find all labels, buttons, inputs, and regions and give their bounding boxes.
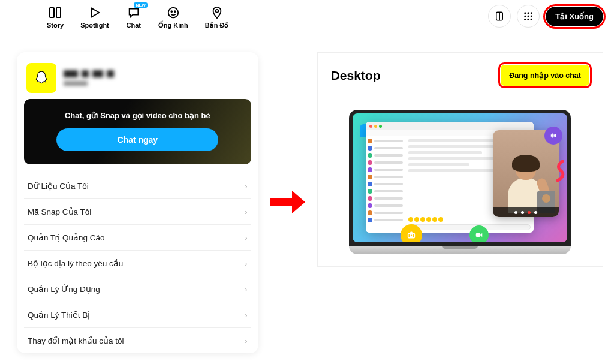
- half-circle-icon: [494, 11, 505, 22]
- chevron-right-icon: ›: [245, 207, 247, 216]
- laptop-illustration: [331, 110, 589, 254]
- menu-label: Bộ lọc địa lý theo yêu cầu: [28, 258, 123, 268]
- login-chat-button[interactable]: Đăng nhập vào chat: [501, 65, 589, 86]
- nav-left-group: Story Spotlight NEW Chat Ống Kính Bản: [11, 5, 228, 29]
- nav-spotlight-label: Spotlight: [80, 22, 109, 29]
- svg-marker-20: [481, 233, 483, 237]
- svg-point-16: [531, 19, 532, 20]
- nav-chat[interactable]: NEW Chat: [126, 5, 142, 29]
- top-navigation: Story Spotlight NEW Chat Ống Kính Bản: [0, 0, 614, 29]
- nav-lens-label: Ống Kính: [158, 22, 188, 29]
- chevron-right-icon: ›: [245, 182, 247, 191]
- chevron-right-icon: ›: [245, 311, 247, 320]
- svg-point-6: [215, 10, 218, 13]
- desktop-title: Desktop: [331, 68, 381, 83]
- menu-item-geofilters[interactable]: Bộ lọc địa lý theo yêu cầu ›: [24, 251, 251, 276]
- svg-point-3: [168, 8, 179, 18]
- svg-point-12: [528, 16, 529, 17]
- menu-label: Quản Lý Ứng Dụng: [28, 284, 100, 294]
- nav-story-label: Story: [47, 22, 64, 29]
- nav-map-label: Bản Đồ: [205, 22, 229, 29]
- main-content: Chat, gửi Snap và gọi video cho bạn bè C…: [0, 29, 614, 353]
- ghost-icon: [34, 70, 49, 86]
- spotlight-icon: [87, 5, 103, 20]
- nav-lens[interactable]: Ống Kính: [158, 5, 188, 29]
- camera-bubble-decoration: [401, 224, 422, 242]
- instruction-arrow: [269, 52, 306, 352]
- profile-header: [24, 61, 251, 99]
- menu-item-my-snapcode[interactable]: Mã Snap Của Tôi ›: [24, 199, 251, 225]
- chevron-right-icon: ›: [245, 259, 247, 268]
- video-bubble-decoration: [469, 225, 489, 242]
- squiggle-decoration: [553, 159, 566, 183]
- theme-toggle-button[interactable]: [488, 5, 511, 28]
- chevron-right-icon: ›: [245, 285, 247, 294]
- svg-point-11: [525, 16, 526, 17]
- nav-story[interactable]: Story: [47, 5, 64, 29]
- chat-promo-card: Chat, gửi Snap và gọi video cho bạn bè C…: [24, 99, 251, 164]
- map-icon: [209, 5, 225, 20]
- menu-item-my-data[interactable]: Dữ Liệu Của Tôi ›: [24, 173, 251, 199]
- new-badge: NEW: [134, 2, 147, 8]
- promo-text: Chat, gửi Snap và gọi video cho bạn bè: [34, 111, 242, 120]
- desktop-panel: Desktop Đăng nhập vào chat: [317, 52, 603, 267]
- download-button[interactable]: Tải Xuống: [546, 7, 603, 26]
- menu-label: Quản Lý Thiết Bị: [28, 310, 90, 320]
- voice-bubble-decoration: [544, 127, 562, 145]
- svg-point-8: [525, 12, 526, 14]
- story-icon: [47, 5, 63, 20]
- chevron-right-icon: ›: [245, 336, 247, 345]
- svg-point-5: [174, 11, 176, 12]
- menu-label: Dữ Liệu Của Tôi: [28, 181, 89, 191]
- chevron-right-icon: ›: [245, 233, 247, 242]
- arrow-right-icon: [269, 189, 306, 215]
- lens-icon: [165, 5, 181, 20]
- profile-panel: Chat, gửi Snap và gọi video cho bạn bè C…: [17, 52, 258, 353]
- svg-rect-0: [50, 8, 54, 17]
- menu-item-manage-devices[interactable]: Quản Lý Thiết Bị ›: [24, 302, 251, 328]
- svg-point-15: [528, 19, 529, 20]
- svg-point-10: [531, 12, 532, 14]
- profile-name-blurred: [64, 70, 114, 86]
- nav-map[interactable]: Bản Đồ: [205, 5, 229, 29]
- nav-right-group: Tải Xuống: [488, 5, 603, 28]
- menu-item-change-password[interactable]: Thay đổi mật khẩu của tôi ›: [24, 328, 251, 353]
- desktop-panel-header: Desktop Đăng nhập vào chat: [331, 65, 589, 86]
- svg-point-13: [531, 16, 532, 17]
- svg-point-14: [525, 19, 526, 20]
- svg-marker-2: [91, 8, 99, 17]
- svg-point-9: [528, 12, 529, 14]
- svg-point-4: [171, 11, 172, 12]
- apps-grid-button[interactable]: [517, 5, 540, 28]
- svg-rect-1: [56, 8, 61, 17]
- svg-point-18: [410, 234, 413, 237]
- snapcode-avatar[interactable]: [26, 63, 56, 93]
- svg-rect-19: [476, 233, 480, 237]
- menu-label: Mã Snap Của Tôi: [28, 207, 91, 216]
- nav-chat-label: Chat: [127, 22, 141, 29]
- chat-now-button[interactable]: Chat ngay: [56, 128, 218, 151]
- menu-label: Thay đổi mật khẩu của tôi: [28, 336, 124, 345]
- menu-item-ads-manager[interactable]: Quản Trị Quảng Cáo ›: [24, 225, 251, 251]
- grid-icon: [523, 11, 534, 22]
- menu-item-manage-apps[interactable]: Quản Lý Ứng Dụng ›: [24, 276, 251, 302]
- menu-label: Quản Trị Quảng Cáo: [28, 233, 105, 242]
- settings-menu-list: Dữ Liệu Của Tôi › Mã Snap Của Tôi › Quản…: [24, 173, 251, 353]
- nav-spotlight[interactable]: Spotlight: [80, 5, 109, 29]
